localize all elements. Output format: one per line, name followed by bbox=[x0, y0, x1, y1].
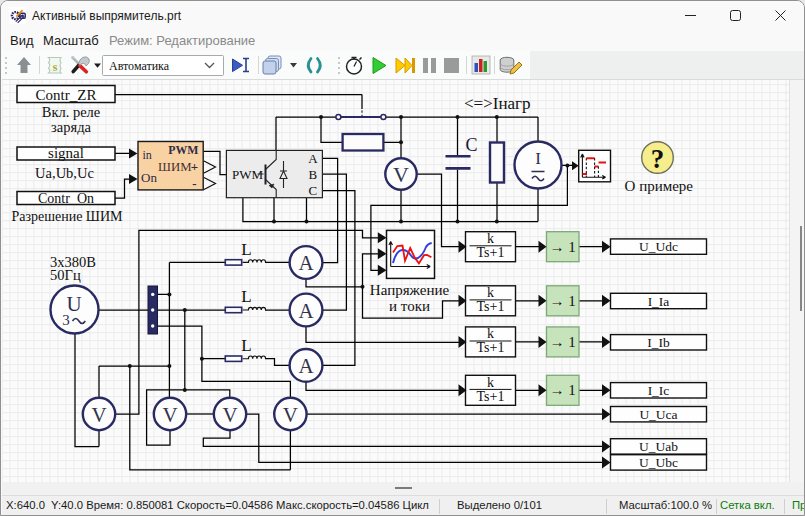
svg-text:U_Uca: U_Uca bbox=[639, 407, 677, 422]
svg-text:Ua,Ub,Uc: Ua,Ub,Uc bbox=[35, 165, 94, 181]
svg-text:k: k bbox=[487, 231, 494, 246]
svg-text:ШИМ: ШИМ bbox=[158, 160, 192, 174]
svg-text:V: V bbox=[283, 403, 298, 427]
svg-text:A: A bbox=[298, 354, 314, 378]
svg-text:signal: signal bbox=[48, 145, 84, 161]
svg-text:V: V bbox=[162, 403, 177, 427]
svg-text:C: C bbox=[309, 183, 318, 198]
svg-text:V: V bbox=[222, 403, 237, 427]
svg-text:L: L bbox=[241, 336, 251, 355]
svg-text:I_Ic: I_Ic bbox=[648, 383, 670, 398]
svg-text:A: A bbox=[298, 299, 314, 323]
svg-text:3: 3 bbox=[62, 312, 70, 328]
svg-text:s: s bbox=[53, 60, 58, 74]
svg-text:U_Uab: U_Uab bbox=[639, 439, 678, 454]
svg-text:Напряжение: Напряжение bbox=[370, 282, 450, 298]
svg-text:U_Ubc: U_Ubc bbox=[639, 455, 678, 470]
svg-text:Contr_ZR: Contr_ZR bbox=[36, 87, 97, 103]
svg-text:k: k bbox=[487, 375, 494, 390]
svg-text:I_Ia: I_Ia bbox=[648, 294, 670, 309]
svg-text:On: On bbox=[141, 170, 157, 185]
svg-text:50Гц: 50Гц bbox=[50, 267, 81, 283]
svg-text:Contr_On: Contr_On bbox=[38, 191, 94, 206]
svg-text:Разрешение ШИМ: Разрешение ШИМ bbox=[11, 209, 123, 224]
svg-text:A: A bbox=[298, 251, 314, 275]
svg-text:?: ? bbox=[651, 144, 665, 174]
svg-text:и токи: и токи bbox=[389, 298, 430, 314]
svg-text:L: L bbox=[241, 240, 251, 259]
svg-text:PWM: PWM bbox=[168, 143, 198, 157]
svg-text:Ts+1: Ts+1 bbox=[477, 299, 505, 314]
svg-text:→ 1: → 1 bbox=[549, 293, 575, 309]
svg-text:U_Udc: U_Udc bbox=[639, 239, 678, 254]
svg-text:L: L bbox=[241, 287, 251, 306]
svg-text:C: C bbox=[465, 135, 477, 155]
svg-text:in: in bbox=[143, 148, 152, 162]
svg-text:-: - bbox=[192, 176, 196, 191]
svg-text:k: k bbox=[487, 326, 494, 341]
svg-text:О примере: О примере bbox=[625, 178, 694, 194]
svg-text:Ts+1: Ts+1 bbox=[477, 340, 505, 355]
svg-text:Ts+1: Ts+1 bbox=[477, 245, 505, 260]
svg-text:V: V bbox=[91, 403, 106, 427]
svg-text:I: I bbox=[535, 149, 541, 168]
svg-text:B: B bbox=[309, 167, 318, 182]
svg-text:→ 1: → 1 bbox=[549, 239, 575, 255]
svg-text:→ 1: → 1 bbox=[549, 334, 575, 350]
svg-text:+: + bbox=[191, 159, 198, 174]
svg-text:→ 1: → 1 bbox=[549, 382, 575, 398]
svg-text:A: A bbox=[308, 151, 318, 166]
svg-text:заряда: заряда bbox=[51, 119, 91, 135]
svg-text:Автоматика: Автоматика bbox=[109, 59, 170, 73]
svg-text:Ts+1: Ts+1 bbox=[477, 389, 505, 404]
svg-text:V: V bbox=[393, 162, 409, 187]
svg-text:<=>Інагр: <=>Інагр bbox=[464, 94, 531, 113]
svg-text:I_Ib: I_Ib bbox=[647, 335, 670, 350]
svg-text:k: k bbox=[487, 285, 494, 300]
